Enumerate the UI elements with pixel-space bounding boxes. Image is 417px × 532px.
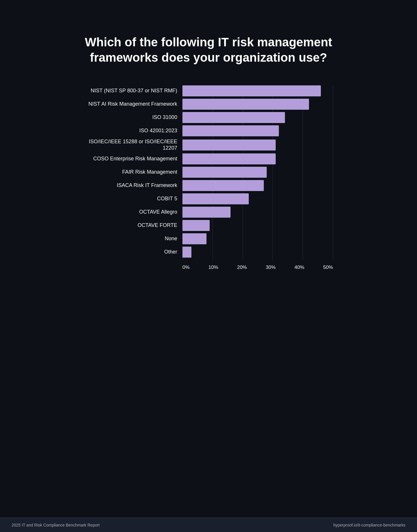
bar-row: COSO Enterprise Risk Management xyxy=(84,153,333,164)
bar-track xyxy=(182,153,333,164)
bar-row: ISO 31000 xyxy=(84,112,333,123)
bar-fill xyxy=(182,85,321,96)
bar-track xyxy=(182,99,333,110)
x-axis: 0%10%20%30%40%50% xyxy=(84,265,333,270)
bar-track xyxy=(182,112,333,123)
x-tick-label: 10% xyxy=(209,265,218,270)
footer-left: 2025 IT and Risk Compliance Benchmark Re… xyxy=(12,523,100,527)
bar-fill xyxy=(182,180,264,191)
bar-label: OCTAVE Allegro xyxy=(84,209,182,215)
bar-track xyxy=(182,167,333,178)
bar-track xyxy=(182,220,333,231)
bar-fill xyxy=(182,140,276,151)
bar-row: ISO/IEC/IEEE 15288 or ISO/IEC/IEEE 12207 xyxy=(84,139,333,151)
bar-track xyxy=(182,125,333,136)
bar-track xyxy=(182,140,333,151)
x-tick-label: 40% xyxy=(295,265,304,270)
x-tick-label: 0% xyxy=(182,265,190,270)
bar-track xyxy=(182,85,333,96)
bar-row: ISO 42001:2023 xyxy=(84,125,333,136)
bar-fill xyxy=(182,153,276,164)
bars-container: NIST (NIST SP 800-37 or NIST RMF)NIST AI… xyxy=(84,85,333,260)
bar-row: OCTAVE Allegro xyxy=(84,207,333,218)
bar-label: ISACA Risk IT Framework xyxy=(84,182,182,189)
bar-fill xyxy=(182,99,309,110)
bar-track xyxy=(182,233,333,244)
chart-body: NIST (NIST SP 800-37 or NIST RMF)NIST AI… xyxy=(84,85,333,270)
x-tick-label: 30% xyxy=(266,265,276,270)
bar-label: NIST (NIST SP 800-37 or NIST RMF) xyxy=(84,88,182,94)
bar-label: ISO/IEC/IEEE 15288 or ISO/IEC/IEEE 12207 xyxy=(84,139,182,151)
bar-track xyxy=(182,247,333,258)
bar-row: OCTAVE FORTE xyxy=(84,220,333,231)
bar-label: OCTAVE FORTE xyxy=(84,222,182,229)
bar-fill xyxy=(182,207,231,218)
bar-row: None xyxy=(84,233,333,244)
bar-label: FAIR Risk Management xyxy=(84,169,182,175)
bar-label: ISO 42001:2023 xyxy=(84,128,182,134)
bar-row: NIST (NIST SP 800-37 or NIST RMF) xyxy=(84,85,333,96)
bar-fill xyxy=(182,233,206,244)
bar-label: NIST AI Risk Management Framework xyxy=(84,101,182,107)
bar-row: Other xyxy=(84,247,333,258)
x-tick-label: 50% xyxy=(323,265,333,270)
bar-row: ISACA Risk IT Framework xyxy=(84,180,333,191)
bar-fill xyxy=(182,112,285,123)
bar-row: FAIR Risk Management xyxy=(84,167,333,178)
bar-row: NIST AI Risk Management Framework xyxy=(84,99,333,110)
bar-track xyxy=(182,180,333,191)
chart-card: Which of the following IT risk managemen… xyxy=(67,17,350,282)
bar-track xyxy=(182,193,333,204)
bar-label: COBIT 5 xyxy=(84,196,182,202)
chart-title: Which of the following IT risk managemen… xyxy=(84,35,333,65)
x-axis-spacer xyxy=(84,265,182,270)
bar-fill xyxy=(182,220,210,231)
x-tick-label: 20% xyxy=(237,265,247,270)
bar-label: ISO 31000 xyxy=(84,114,182,121)
bar-label: None xyxy=(84,236,182,242)
bar-row: COBIT 5 xyxy=(84,193,333,204)
footer: 2025 IT and Risk Compliance Benchmark Re… xyxy=(0,518,417,532)
x-axis-ticks: 0%10%20%30%40%50% xyxy=(182,265,333,270)
bar-fill xyxy=(182,193,249,204)
footer-right: hyperproof.io/it-compliance-benchmarks xyxy=(333,523,405,527)
bar-track xyxy=(182,207,333,218)
bar-fill xyxy=(182,247,191,258)
bar-label: Other xyxy=(84,249,182,255)
bar-fill xyxy=(182,125,279,136)
bar-label: COSO Enterprise Risk Management xyxy=(84,156,182,162)
bar-fill xyxy=(182,167,267,178)
